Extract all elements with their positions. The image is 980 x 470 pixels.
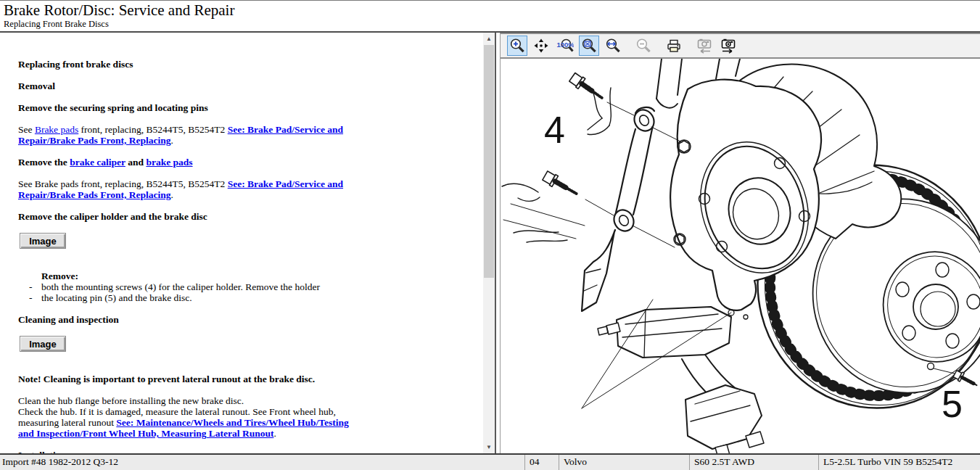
printer-icon — [665, 37, 683, 54]
label-mounting-screws: 4 — [544, 109, 565, 151]
steering-knuckle — [670, 80, 825, 319]
print-button[interactable] — [664, 36, 684, 56]
magnifier-plus-icon — [508, 37, 526, 54]
magnifier-minus-icon — [635, 37, 652, 54]
link-brake-pads[interactable]: Brake pads — [35, 124, 78, 135]
image-button-row-1: Image — [18, 233, 363, 249]
bullet-dash: - — [29, 292, 41, 303]
text-run: front, replacing, B5244T5, B5254T2 — [78, 124, 227, 135]
image-toolbar: 100% — [501, 33, 980, 59]
heading-remove-securing-spring: Remove the securing spring and locating … — [18, 102, 363, 113]
link-brake-pads-2[interactable]: brake pads — [146, 157, 192, 168]
page-header: Brake Rotor/Disc: Service and Repair Rep… — [0, 0, 980, 33]
brake-assembly-illustration: 4 5 — [501, 59, 980, 454]
text-run: and — [125, 157, 147, 168]
scroll-down-icon[interactable]: ▼ — [483, 441, 495, 453]
remove-label: Remove: — [41, 271, 363, 281]
magnifier-fit-icon — [580, 37, 598, 54]
list-item-text: the locating pin (5) and the brake disc. — [41, 292, 192, 303]
vertical-scrollbar[interactable]: ▲ ▼ — [483, 33, 495, 454]
fit-width-button[interactable] — [603, 36, 623, 56]
panel-divider — [495, 33, 501, 454]
image-button-row-2: Image — [18, 336, 363, 352]
remove-steps: Remove: -both the mounting screws (4) fo… — [18, 271, 363, 303]
scroll-up-icon[interactable]: ▲ — [483, 33, 495, 44]
caliper-holder — [598, 307, 764, 454]
zoom-100-label: 100% — [557, 41, 575, 49]
status-import-info: Import #48 1982-2012 Q3-12 — [0, 455, 524, 470]
text-run: . — [273, 428, 276, 439]
heading-cleaning-inspection: Cleaning and inspection — [18, 314, 363, 325]
magnifier-100-icon: 100% — [556, 37, 574, 54]
text-run: Remove the — [18, 157, 70, 168]
status-year: 04 — [524, 455, 559, 470]
note-cleaning: Note! Cleaning is important to prevent l… — [18, 374, 363, 384]
list-item: -both the mounting screws (4) for the ca… — [18, 281, 363, 292]
text-run: . — [171, 135, 173, 146]
page-subtitle: Replacing Front Brake Discs — [4, 19, 980, 29]
paragraph-see-brake-pads-2: See Brake pads front, replacing, B5244T5… — [18, 178, 363, 200]
document-panel: Replacing front brake discs Removal Remo… — [0, 33, 495, 454]
bullet-dash: - — [29, 281, 41, 292]
magnifier-width-icon — [604, 37, 622, 54]
label-locating-pin: 5 — [942, 383, 963, 425]
list-item-text: both the mounting screws (4) for the cal… — [41, 281, 320, 292]
document-content: Replacing front brake discs Removal Remo… — [0, 33, 363, 454]
paragraph-clean-hub-flange: Clean the hub flange before installing t… — [18, 395, 363, 439]
camera-forward-icon — [720, 37, 737, 54]
status-model: S60 2.5T AWD — [689, 455, 818, 470]
illustration-panel: 100% — [501, 33, 980, 454]
heading-remove-caliper-holder: Remove the caliper holder and the brake … — [18, 211, 363, 222]
list-item: -the locating pin (5) and the brake disc… — [18, 292, 363, 303]
heading-remove-caliper-and-pads: Remove the brake caliper and brake pads — [18, 157, 363, 168]
camera-back-icon — [696, 37, 713, 54]
status-make: Volvo — [559, 455, 689, 470]
page-title: Brake Rotor/Disc: Service and Repair — [4, 1, 980, 19]
caliper-holder-arm — [582, 107, 658, 311]
next-image-button[interactable] — [718, 36, 738, 56]
pan-button[interactable] — [531, 36, 551, 56]
image-button-2[interactable]: Image — [20, 336, 66, 352]
zoom-in-button[interactable] — [507, 36, 527, 56]
status-engine: L5-2.5L Turbo VIN 59 B5254T2 — [818, 455, 980, 470]
zoom-100-button[interactable]: 100% — [555, 36, 575, 56]
fit-window-button[interactable] — [579, 36, 599, 56]
pan-arrows-icon — [532, 37, 550, 54]
heading-removal: Removal — [18, 81, 363, 91]
image-button-1[interactable]: Image — [20, 233, 66, 249]
text-run: Clean the hub flange before installing t… — [18, 395, 244, 406]
text-run: . — [171, 189, 173, 200]
zoom-out-button[interactable] — [633, 36, 654, 56]
link-brake-caliper[interactable]: brake caliper — [70, 157, 125, 168]
paragraph-see-brake-pads: See Brake pads front, replacing, B5244T5… — [18, 124, 363, 146]
text-run: See — [18, 124, 35, 135]
scrollbar-thumb[interactable] — [484, 45, 494, 278]
text-run: See Brake pads front, replacing, B5244T5… — [18, 178, 228, 189]
brake-assembly-drawing: 4 5 — [501, 59, 980, 454]
previous-image-button[interactable] — [694, 36, 715, 56]
status-bar: Import #48 1982-2012 Q3-12 04 Volvo S60 … — [0, 453, 980, 470]
heading-replacing-front-brake-discs: Replacing front brake discs — [18, 59, 363, 70]
mounting-screw-lower — [542, 170, 675, 247]
